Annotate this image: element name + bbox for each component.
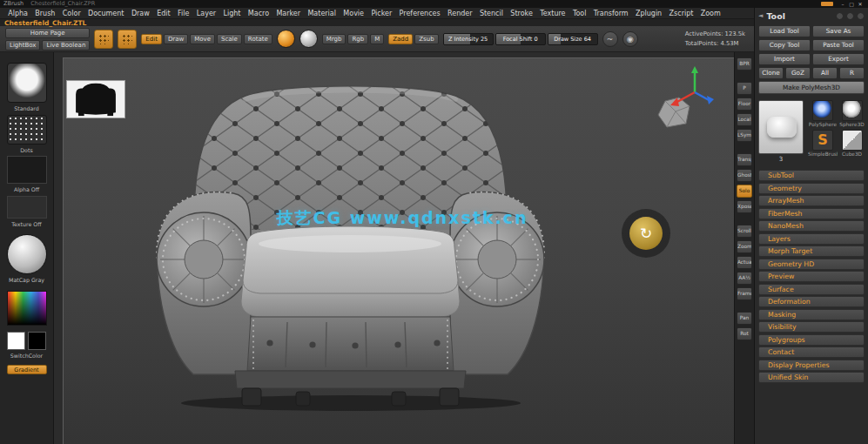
subpalette-deformation[interactable]: Deformation (758, 296, 865, 307)
menu-marker[interactable]: Marker (273, 8, 304, 19)
rightshelf-zoom[interactable]: Zoom (737, 240, 752, 253)
rightshelf-frame[interactable]: Frame (737, 287, 752, 300)
rightshelf-ghost[interactable]: Ghost (737, 169, 752, 182)
rightshelf-solo[interactable]: Solo (737, 185, 752, 198)
menu-file[interactable]: File (174, 8, 193, 19)
recent-tool-sphere3d[interactable]: Sphere3D (839, 100, 865, 127)
paint-button-mrgb[interactable]: Mrgb (322, 34, 347, 44)
close-button[interactable]: ✕ (856, 0, 865, 8)
menu-stroke[interactable]: Stroke (507, 8, 536, 19)
menu-alpha[interactable]: Alpha (4, 8, 31, 19)
subpalette-unified-skin[interactable]: Unified Skin (758, 372, 865, 383)
spotlight-dots-icon[interactable] (118, 30, 137, 49)
subpalette-morph-target[interactable]: Morph Target (758, 246, 865, 257)
subpalette-preview[interactable]: Preview (758, 271, 865, 282)
subpalette-surface[interactable]: Surface (758, 284, 865, 295)
subpalette-nanomesh[interactable]: NanoMesh (758, 220, 865, 232)
tool-copy-tool-button[interactable]: Copy Tool (758, 39, 811, 51)
rightshelf-local[interactable]: Local (737, 113, 752, 126)
menu-picker[interactable]: Picker (367, 8, 395, 19)
mode-button-move[interactable]: Move (190, 34, 215, 44)
color-orb-icon[interactable] (277, 30, 295, 48)
rightshelf-scroll[interactable]: Scroll (737, 225, 752, 238)
menu-stencil[interactable]: Stencil (476, 8, 507, 19)
slider-z-intensity[interactable]: Z Intensity 25 (443, 33, 494, 45)
subpalette-geometry[interactable]: Geometry (758, 183, 865, 194)
maximize-button[interactable]: ▢ (847, 0, 856, 8)
make-polymesh3d-button[interactable]: Make PolyMesh3D (758, 81, 865, 94)
mode-button-draw[interactable]: Draw (164, 34, 188, 44)
rightshelf-p[interactable]: P (737, 82, 752, 95)
menu-light[interactable]: Light (219, 8, 244, 19)
paint-button-rgb[interactable]: Rgb (347, 34, 368, 44)
rightshelf-rot[interactable]: Rot (737, 327, 752, 340)
recent-tool-simplebrush[interactable]: SSimpleBrush (808, 130, 838, 157)
palette-gear-icon[interactable] (846, 12, 854, 20)
subpalette-masking[interactable]: Masking (758, 309, 865, 320)
mode-button-edit[interactable]: Edit (141, 34, 162, 44)
menu-movie[interactable]: Movie (340, 8, 367, 19)
menu-texture[interactable]: Texture (536, 8, 569, 19)
subpalette-contact[interactable]: Contact (758, 346, 865, 358)
minimize-button[interactable]: – (838, 0, 847, 8)
mode-button-rotate[interactable]: Rotate (244, 34, 273, 44)
tool-save-as-button[interactable]: Save As (812, 25, 865, 37)
current-alpha-thumbnail[interactable] (7, 156, 47, 184)
rightshelf-actual[interactable]: Actual (737, 256, 752, 269)
tool-export-button[interactable]: Export (812, 53, 865, 65)
menu-edit[interactable]: Edit (153, 8, 174, 19)
subpalette-geometry-hd[interactable]: Geometry HD (758, 259, 865, 270)
rightshelf-bpr[interactable]: BPR (737, 57, 752, 71)
menu-material[interactable]: Material (304, 8, 340, 19)
paint-button-m[interactable]: M (370, 34, 384, 44)
slider-draw-size[interactable]: Draw Size 64 (548, 33, 598, 45)
sculpt-button-zsub[interactable]: Zsub (414, 34, 438, 44)
menu-color[interactable]: Color (59, 8, 84, 19)
color-picker-gradient[interactable] (7, 291, 47, 326)
palette-menu-icon[interactable] (857, 12, 865, 20)
menu-tool[interactable]: Tool (569, 8, 590, 19)
rightshelf-pan[interactable]: Pan (737, 312, 752, 325)
rightshelf-lsym[interactable]: LSym (737, 129, 752, 142)
material-orb-icon[interactable] (299, 30, 318, 48)
menu-preferences[interactable]: Preferences (395, 8, 443, 19)
menu-zscript[interactable]: Zscript (665, 8, 696, 19)
current-stroke-thumbnail[interactable] (7, 115, 47, 145)
collapse-tray-icon[interactable]: ◄ (758, 12, 763, 19)
subpalette-display-properties[interactable]: Display Properties (758, 360, 865, 371)
menu-draw[interactable]: Draw (128, 8, 153, 19)
rightshelf-transp[interactable]: Transp (737, 153, 752, 166)
mode-button-scale[interactable]: Scale (217, 34, 242, 44)
current-brush-thumbnail[interactable] (7, 63, 47, 103)
current-texture-thumbnail[interactable] (7, 196, 47, 219)
gradient-button[interactable]: Gradient (7, 365, 47, 374)
tool-paste-tool-button[interactable]: Paste Tool (812, 39, 865, 51)
sculpt-button-zadd[interactable]: Zadd (388, 34, 413, 44)
palette-pin-icon[interactable] (836, 12, 844, 20)
recent-tool-polysphere[interactable]: PolySphere (808, 100, 838, 127)
lazy-mouse-curve-icon[interactable]: ~ (602, 31, 618, 47)
subpalette-visibility[interactable]: Visibility (758, 321, 865, 333)
current-tool-thumbnail[interactable] (758, 100, 804, 154)
menu-macro[interactable]: Macro (245, 8, 273, 19)
main-color-swatch[interactable] (7, 332, 25, 350)
slider-focal-shift[interactable]: Focal Shift 0 (495, 33, 546, 45)
rightshelf-xpose[interactable]: Xpose (737, 200, 752, 213)
subpalette-polygroups[interactable]: Polygroups (758, 334, 865, 346)
subpalette-layers[interactable]: Layers (758, 233, 865, 245)
tool-clone-button[interactable]: Clone (758, 67, 784, 79)
menu-brush[interactable]: Brush (31, 8, 58, 19)
model-chesterfield-chair[interactable] (131, 64, 570, 411)
home-page-button[interactable]: Home Page (5, 28, 90, 38)
tool-all-button[interactable]: All (812, 67, 838, 79)
menu-render[interactable]: Render (444, 8, 476, 19)
rightshelf-aa[interactable]: AA½ (737, 272, 752, 285)
tool-import-button[interactable]: Import (758, 53, 811, 65)
subpalette-arraymesh[interactable]: ArrayMesh (758, 195, 865, 206)
viewport-canvas[interactable]: 技艺CG www.qdnxstk.cn ↻ (54, 52, 734, 444)
menu-zoom[interactable]: Zoom (697, 8, 724, 19)
menu-transform[interactable]: Transform (590, 8, 632, 19)
tool-load-tool-button[interactable]: Load Tool (758, 25, 811, 37)
replay-overlay-button[interactable]: ↻ (622, 209, 670, 258)
menu-layer[interactable]: Layer (193, 8, 220, 19)
